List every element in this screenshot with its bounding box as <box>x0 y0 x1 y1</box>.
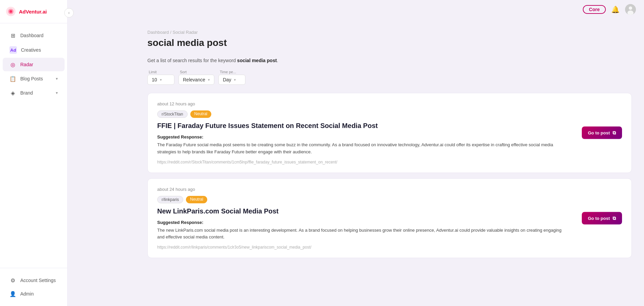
card-2-title: New LinkParis.com Social Media Post <box>157 207 622 215</box>
user-avatar[interactable] <box>625 4 636 15</box>
sidebar-label-radar: Radar <box>20 62 33 67</box>
limit-filter: Limit 10 ▾ <box>147 70 174 85</box>
sort-chevron-icon: ▾ <box>208 78 210 82</box>
card-2-sentiment-tag: Neutral <box>186 196 207 203</box>
creatives-icon: Ad <box>9 46 17 54</box>
sidebar-collapse-button[interactable]: ‹ <box>64 8 74 18</box>
card-1-suggested-label: Suggested Response: <box>157 134 622 139</box>
description-prefix: Get a list of search results for the key… <box>147 58 237 63</box>
breadcrumb-dashboard[interactable]: Dashboard <box>147 30 169 35</box>
result-card-1: about 12 hours ago r/StockTitan Neutral … <box>147 93 632 173</box>
sidebar-item-brand[interactable]: ◈ Brand ▾ <box>3 86 65 100</box>
sort-filter: Sort Relevance ▾ <box>178 70 214 85</box>
settings-icon: ⚙ <box>9 277 16 284</box>
go-to-post-button-1[interactable]: Go to post ⧉ <box>582 127 622 139</box>
chevron-down-icon: ▾ <box>56 76 58 81</box>
sidebar-label-creatives: Creatives <box>21 47 41 53</box>
plan-badge[interactable]: Core <box>583 5 606 14</box>
limit-label: Limit <box>147 70 174 74</box>
result-card-2: about 24 hours ago r/linkparis Neutral N… <box>147 178 632 258</box>
card-2-url[interactable]: https://reddit.com/r/linkparis/comments/… <box>157 245 622 250</box>
svg-point-2 <box>9 10 12 13</box>
sidebar-bottom: ⚙ Account Settings 👤 Admin <box>0 268 67 306</box>
sidebar-label-brand: Brand <box>20 90 33 96</box>
external-link-icon-2: ⧉ <box>613 215 616 221</box>
go-to-post-label-2: Go to post <box>588 215 610 221</box>
breadcrumb: Dashboard / Social Radar <box>147 30 632 35</box>
card-2-suggested-text: The new LinkParis.com social media post … <box>157 227 622 241</box>
sidebar-label-account-settings: Account Settings <box>20 278 56 283</box>
admin-icon: 👤 <box>9 290 16 297</box>
radar-icon: ◎ <box>9 61 16 68</box>
brand-icon: ◈ <box>9 90 16 96</box>
limit-chevron-icon: ▾ <box>160 78 162 82</box>
sort-select[interactable]: Relevance ▾ <box>178 75 214 85</box>
time-period-value: Day <box>223 77 231 82</box>
dashboard-icon: ⊞ <box>9 32 16 39</box>
sidebar-label-dashboard: Dashboard <box>20 33 44 38</box>
card-2-subreddit-tag[interactable]: r/linkparis <box>157 196 183 203</box>
logo-icon <box>5 6 16 17</box>
sidebar-item-admin[interactable]: 👤 Admin <box>3 287 65 301</box>
sidebar-label-admin: Admin <box>20 291 34 297</box>
description-suffix: . <box>277 58 278 63</box>
blog-posts-icon: 📋 <box>9 75 16 82</box>
card-1-tags: r/StockTitan Neutral <box>157 110 622 118</box>
notification-bell-icon[interactable]: 🔔 <box>611 5 620 14</box>
card-1-subreddit-tag[interactable]: r/StockTitan <box>157 110 188 118</box>
card-2-time: about 24 hours ago <box>157 187 622 192</box>
avatar-icon <box>625 4 636 15</box>
sidebar-item-creatives[interactable]: Ad Creatives <box>3 43 65 57</box>
card-1-url[interactable]: https://reddit.com/r/StockTitan/comments… <box>157 160 622 164</box>
card-1-title: FFIE | Faraday Future Issues Statement o… <box>157 122 622 130</box>
go-to-post-label-1: Go to post <box>588 130 610 135</box>
go-to-post-button-2[interactable]: Go to post ⧉ <box>582 212 622 224</box>
search-description: Get a list of search results for the key… <box>147 58 632 63</box>
sidebar-item-blog-posts[interactable]: 📋 Blog Posts ▾ <box>3 72 65 85</box>
logo-text: AdVentur.ai <box>19 9 47 15</box>
filters-bar: Limit 10 ▾ Sort Relevance ▾ Time pe... D… <box>147 70 632 85</box>
svg-point-4 <box>629 6 632 10</box>
limit-select[interactable]: 10 ▾ <box>147 75 174 85</box>
logo-area: AdVentur.ai <box>0 0 67 23</box>
card-1-suggested-text: The Faraday Future social media post see… <box>157 142 622 156</box>
sidebar: AdVentur.ai ⊞ Dashboard Ad Creatives ◎ R… <box>0 0 68 306</box>
sidebar-item-radar[interactable]: ◎ Radar <box>3 58 65 71</box>
card-1-time: about 12 hours ago <box>157 101 622 106</box>
sort-label: Sort <box>178 70 214 74</box>
time-period-chevron-icon: ▾ <box>234 78 236 82</box>
page-title: social media post <box>147 37 632 48</box>
description-keyword: social media post <box>237 58 277 63</box>
breadcrumb-social-radar[interactable]: Social Radar <box>172 30 197 35</box>
sidebar-label-blog-posts: Blog Posts <box>20 76 43 81</box>
limit-value: 10 <box>152 77 157 82</box>
main-content: Dashboard / Social Radar social media po… <box>135 19 644 306</box>
card-1-sentiment-tag: Neutral <box>190 110 212 118</box>
sidebar-item-dashboard[interactable]: ⊞ Dashboard <box>3 29 65 42</box>
external-link-icon-1: ⧉ <box>613 130 616 136</box>
sidebar-nav: ⊞ Dashboard Ad Creatives ◎ Radar 📋 Blog … <box>0 23 67 268</box>
time-period-filter: Time pe... Day ▾ <box>218 70 245 85</box>
card-2-tags: r/linkparis Neutral <box>157 196 622 203</box>
time-period-select[interactable]: Day ▾ <box>218 75 245 85</box>
topbar: Core 🔔 <box>68 0 644 19</box>
sidebar-item-account-settings[interactable]: ⚙ Account Settings <box>3 274 65 287</box>
time-period-label: Time pe... <box>218 70 245 74</box>
card-2-suggested-label: Suggested Response: <box>157 220 622 225</box>
sort-value: Relevance <box>183 77 205 82</box>
chevron-down-icon-brand: ▾ <box>56 91 58 95</box>
